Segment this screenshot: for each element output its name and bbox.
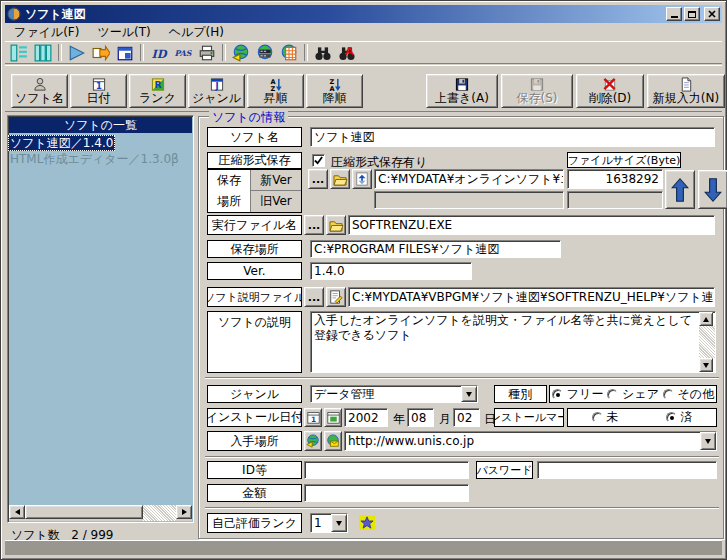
description-input[interactable]: 入手したオンラインソフトを説明文・ファイル名等と共に覚えとして 登録できるソフト	[311, 312, 699, 372]
command-bar: ソフト名 1 日付 R ランク J ジャンル AZ 昇順 ZA 降順 上書き(A…	[5, 65, 722, 112]
find-text-icon[interactable]: A	[335, 42, 359, 63]
exe-browse-button[interactable]: ...	[304, 215, 324, 235]
web-table-icon[interactable]	[277, 42, 301, 63]
svg-text:PAS: PAS	[174, 49, 192, 58]
exe-file-input[interactable]: SOFTRENZU.EXE	[348, 215, 715, 235]
menu-item-help[interactable]: ヘルプ(H)	[160, 23, 233, 42]
genre-dropdown[interactable]: データ管理	[310, 385, 478, 403]
app-window-icon[interactable]	[113, 42, 137, 63]
rank-dropdown-button[interactable]	[331, 514, 347, 532]
scroll-up-button[interactable]	[699, 312, 713, 326]
genre-dropdown-button[interactable]	[461, 386, 477, 402]
save-location-browse-button[interactable]: ...	[308, 169, 328, 189]
kind-option-free[interactable]: フリー	[552, 386, 604, 403]
version-input[interactable]: 1.4.0	[310, 262, 472, 280]
close-button[interactable]	[704, 7, 720, 21]
sort-ascending-button[interactable]: AZ 昇順	[247, 74, 304, 108]
version-up-button[interactable]	[665, 170, 695, 209]
titlebar: ソフト連図	[5, 5, 722, 23]
source-web-button[interactable]	[304, 431, 322, 451]
password-input[interactable]	[537, 461, 717, 479]
kind-option-other[interactable]: その他	[663, 386, 715, 403]
sort-by-name-button[interactable]: ソフト名	[11, 74, 68, 108]
price-input[interactable]	[304, 484, 469, 502]
compress-checkbox[interactable]	[312, 154, 325, 167]
find-icon[interactable]	[311, 42, 335, 63]
export-icon[interactable]	[89, 42, 113, 63]
minimize-button[interactable]	[666, 7, 682, 21]
install-year-input[interactable]: 2002	[344, 408, 388, 427]
scrollbar-track[interactable]	[699, 326, 715, 358]
scrollbar-thumb[interactable]	[25, 505, 143, 519]
sort-ascending-icon: AZ	[268, 77, 284, 92]
help-open-button[interactable]	[326, 287, 346, 307]
person-icon	[32, 77, 48, 92]
help-browse-button[interactable]: ...	[304, 287, 324, 307]
print-icon[interactable]	[195, 42, 219, 63]
install-date-calendar-button[interactable]: 1	[304, 408, 322, 427]
sort-by-genre-button[interactable]: J ジャンル	[188, 74, 245, 108]
password-icon[interactable]: PAS	[171, 42, 195, 63]
radio-icon	[552, 389, 563, 400]
scroll-down-button[interactable]	[699, 358, 713, 372]
source-dropdown[interactable]: http://www.unis.co.jp	[344, 431, 717, 451]
self-rank-dropdown[interactable]: 1	[310, 513, 348, 533]
save-location-label: 保存 新Ver 場所 旧Ver	[207, 169, 302, 213]
source-dropdown-button[interactable]	[700, 432, 716, 450]
save-location-attach-button[interactable]	[352, 169, 372, 189]
svg-text:1: 1	[96, 81, 102, 91]
help-file-input[interactable]: C:¥MYDATA¥VBPGM¥ソフト連図¥SOFTRENZU_HELP¥ソフト…	[348, 287, 715, 307]
new-version-path-input[interactable]: C:¥MYDATA¥オンラインソフト¥エディター¥HT	[374, 169, 564, 189]
id-icon[interactable]: ID	[147, 42, 171, 63]
save-location-folder-button[interactable]	[330, 169, 350, 189]
exe-folder-button[interactable]	[326, 215, 346, 235]
list-item[interactable]: HTML作成エディター／1.3.0β	[8, 151, 181, 167]
sort-by-rank-button[interactable]: R ランク	[129, 74, 186, 108]
sort-descending-button[interactable]: ZA 降順	[306, 74, 363, 108]
folder-open-icon	[329, 219, 344, 232]
delete-button[interactable]: 削除(D)	[576, 74, 644, 108]
store-location-input[interactable]: C:¥PROGRAM FILES¥ソフト連図	[310, 240, 561, 258]
scrollbar-track[interactable]	[143, 505, 176, 521]
horizontal-scrollbar[interactable]	[9, 505, 192, 521]
install-month-input[interactable]: 08	[407, 408, 434, 427]
close-icon	[708, 10, 716, 18]
source-mail-button[interactable]	[324, 431, 342, 451]
list-view-icon[interactable]	[7, 42, 31, 63]
kind-option-share[interactable]: シェア	[607, 386, 659, 403]
id-input[interactable]	[304, 461, 469, 479]
description-box: 入手したオンラインソフトを説明文・ファイル名等と共に覚えとして 登録できるソフト	[310, 311, 716, 373]
new-entry-button[interactable]: 新規入力(N)	[647, 74, 725, 108]
list-item[interactable]: ソフト連図／1.4.0	[8, 135, 115, 151]
description-scrollbar[interactable]	[699, 312, 715, 372]
install-date-label: インストール日付	[207, 408, 302, 427]
version-down-button[interactable]	[698, 170, 727, 209]
columns-view-icon[interactable]	[31, 42, 55, 63]
maximize-button[interactable]	[684, 7, 700, 21]
radio-icon	[663, 389, 674, 400]
maximize-icon	[688, 11, 696, 18]
install-day-input[interactable]: 02	[453, 408, 480, 427]
web-form-icon[interactable]	[253, 42, 277, 63]
menu-item-tools[interactable]: ツール(T)	[88, 23, 159, 42]
scroll-right-button[interactable]	[176, 505, 192, 519]
old-version-size-input[interactable]	[567, 191, 663, 209]
sort-by-date-button[interactable]: 1 日付	[70, 74, 127, 108]
self-rank-label: 自己評価ランク	[207, 513, 302, 533]
install-date-today-button[interactable]	[324, 408, 342, 427]
new-version-size-input[interactable]: 1638292	[567, 169, 663, 189]
scroll-left-button[interactable]	[9, 505, 25, 519]
menu-item-file[interactable]: ファイル(F)	[5, 23, 88, 42]
install-mark-label: インストールマーク	[494, 408, 564, 427]
calendar-icon: 1	[91, 77, 107, 92]
overwrite-button[interactable]: 上書き(A)	[426, 74, 498, 108]
old-version-path-input[interactable]	[374, 191, 564, 209]
install-mark-option-done[interactable]: 済	[666, 409, 693, 426]
install-mark-option-not-yet[interactable]: 未	[592, 409, 619, 426]
web-home-icon[interactable]	[229, 42, 253, 63]
soft-name-input[interactable]: ソフト連図	[310, 127, 715, 147]
run-icon[interactable]	[65, 42, 89, 63]
kind-label: 種別	[494, 385, 547, 403]
exe-file-label: 実行ファイル名	[207, 215, 302, 235]
price-label: 金額	[207, 484, 302, 502]
